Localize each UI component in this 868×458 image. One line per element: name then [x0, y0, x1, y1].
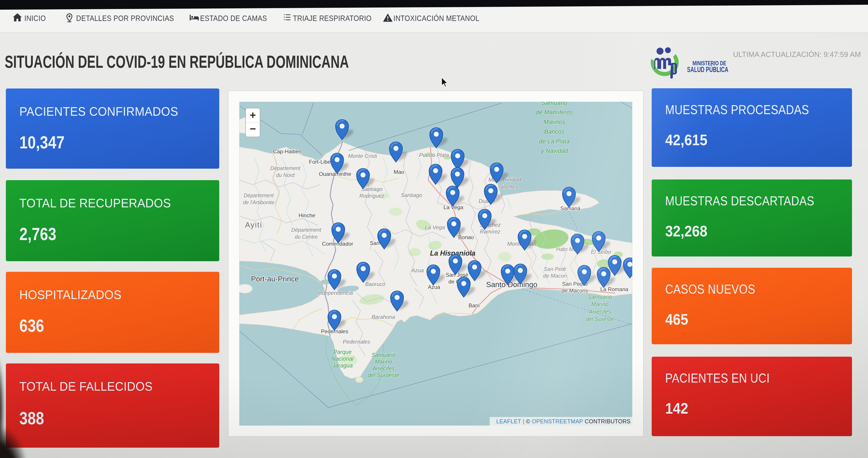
svg-text:ánchez: ánchez [500, 184, 518, 190]
svg-text:Santuario: Santuario [371, 352, 396, 358]
svg-text:Azua: Azua [411, 267, 424, 273]
svg-text:Hinche: Hinche [299, 212, 315, 219]
svg-text:San Pedr: San Pedr [544, 266, 566, 272]
svg-text:del Sureste: del Sureste [586, 316, 614, 322]
svg-text:du Nord: du Nord [276, 172, 295, 178]
svg-text:y Navidad: y Navidad [540, 148, 568, 154]
svg-text:Ouanaminthe: Ouanaminthe [319, 171, 351, 177]
svg-text:Rodríguez: Rodríguez [360, 193, 384, 199]
svg-text:Marinos: Marinos [544, 119, 565, 125]
svg-text:Jaragua: Jaragua [332, 362, 353, 369]
svg-text:de Macoris: de Macoris [562, 288, 588, 294]
svg-text:Bonao: Bonao [458, 234, 474, 240]
svg-text:Fort-Libe: Fort-Libe [309, 159, 331, 165]
svg-text:del Suroeste: del Suroeste [368, 372, 399, 378]
svg-text:Département: Département [270, 165, 301, 171]
svg-text:Parque: Parque [334, 349, 352, 355]
svg-text:de La Plata: de La Plata [539, 138, 570, 145]
svg-text:Monte Cristi: Monte Cristi [348, 153, 377, 159]
svg-text:Arrecifes: Arrecifes [372, 365, 395, 371]
svg-text:Azua: Azua [428, 284, 440, 290]
svg-text:Samaná: Samaná [560, 205, 581, 211]
svg-text:Cap-Haitien: Cap-Haitien [273, 149, 302, 155]
svg-text:La Vega: La Vega [425, 224, 445, 230]
svg-text:Pedernales: Pedernales [343, 339, 370, 345]
svg-text:Ayiti: Ayiti [245, 221, 262, 229]
svg-text:Santuario: Santuario [588, 294, 612, 300]
svg-text:Arrecifes: Arrecifes [588, 308, 611, 315]
svg-text:Département: Département [244, 193, 274, 198]
svg-text:Nacional: Nacional [332, 356, 354, 362]
svg-text:Marino: Marino [591, 301, 609, 307]
svg-text:Département: Département [291, 227, 322, 233]
svg-text:Baní: Baní [468, 302, 480, 308]
svg-text:La Romana: La Romana [600, 286, 628, 292]
svg-text:Ramírez: Ramírez [480, 229, 500, 235]
svg-text:de Mamíferos: de Mamíferos [536, 109, 573, 116]
svg-text:Santuario: Santuario [541, 102, 567, 106]
svg-text:Independencia: Independencia [317, 290, 353, 296]
svg-text:Baoruco: Baoruco [365, 281, 385, 287]
svg-text:de Macori: de Macori [543, 273, 567, 279]
svg-text:de l'Artibonite: de l'Artibonite [243, 199, 275, 205]
svg-text:Santiago: Santiago [401, 192, 422, 198]
svg-text:Mao: Mao [394, 169, 404, 175]
svg-text:du Centre: du Centre [295, 234, 317, 240]
svg-text:Puerto Plata: Puerto Plata [419, 152, 449, 158]
svg-text:Bancos: Bancos [544, 128, 564, 135]
svg-text:Port-au-Prince: Port-au-Prince [251, 275, 299, 283]
svg-text:Marino: Marino [375, 358, 392, 365]
svg-text:Barahona: Barahona [372, 314, 395, 320]
